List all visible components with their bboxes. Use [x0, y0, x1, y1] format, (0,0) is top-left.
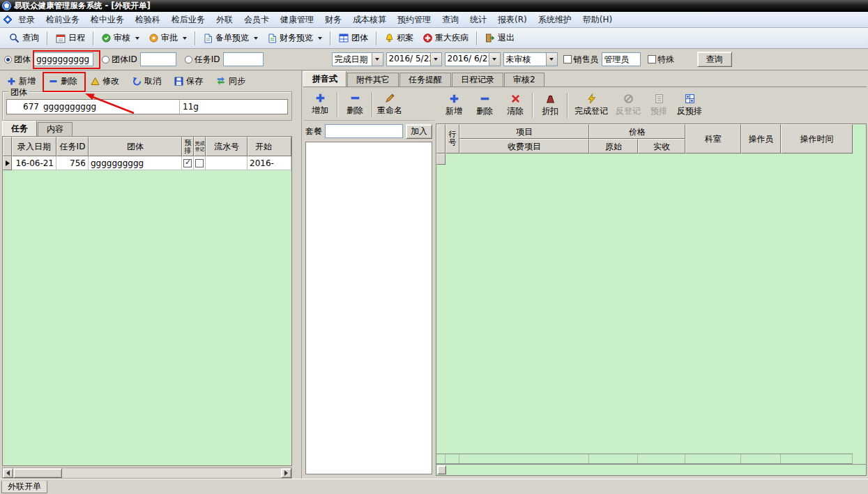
edit-button[interactable]: 修改 [89, 73, 125, 89]
tab-content[interactable]: 内容 [38, 122, 73, 136]
menu-item-statistics[interactable]: 统计 [464, 12, 492, 28]
header-operate-time[interactable]: 操作时间 [781, 124, 853, 154]
date-to-combo[interactable]: 2016/ 6/21 [445, 52, 501, 66]
toolbar-exit-button[interactable]: 退出 [480, 30, 519, 46]
header-original-price[interactable]: 原始 [589, 139, 638, 154]
header-price[interactable]: 价格 [589, 124, 685, 139]
toolbar-schedule-button[interactable]: 日程 [51, 30, 90, 46]
chevron-down-icon[interactable] [489, 53, 500, 66]
header-prearrange[interactable]: 预排 [182, 137, 194, 156]
header-start[interactable]: 开始 [248, 137, 291, 156]
header-row-no[interactable]: 行号 [446, 124, 459, 154]
group-id-input[interactable] [140, 52, 176, 66]
menu-item-post-exam[interactable]: 检后业务 [166, 12, 211, 28]
toolbar-cases-button[interactable]: 积案 [380, 30, 418, 46]
package-list[interactable] [305, 142, 432, 474]
row-selector[interactable] [3, 156, 12, 170]
detail-scroll-thumb[interactable] [437, 465, 446, 474]
scroll-left-button[interactable] [3, 468, 13, 478]
detail-row-selector[interactable] [436, 154, 446, 165]
header-group[interactable]: 团体 [89, 137, 182, 156]
sync-button[interactable]: 同步 [215, 73, 251, 89]
package-input[interactable] [325, 124, 403, 138]
unprearrange-button[interactable]: 反预排 [674, 91, 705, 120]
task-row[interactable]: 16-06-21 756 gggggggggg 2016- [3, 156, 291, 170]
toolbar-approve-button[interactable]: 审批 [144, 30, 192, 46]
menu-item-member-card[interactable]: 会员卡 [238, 12, 275, 28]
menu-item-lab[interactable]: 检验科 [130, 12, 166, 28]
tab-pinyin[interactable]: 拼音式 [303, 71, 347, 87]
chevron-down-icon[interactable] [430, 53, 441, 66]
package-add-button[interactable]: 增加 [305, 90, 335, 119]
header-task-id[interactable]: 任务ID [56, 137, 89, 156]
date-type-combo[interactable]: 完成日期 [332, 52, 383, 66]
scroll-right-button[interactable] [281, 468, 291, 478]
package-rename-button[interactable]: 重命名 [374, 90, 405, 119]
cell-prearranged[interactable] [182, 156, 194, 170]
toolbar-order-preview-button[interactable]: 备单预览 [199, 30, 263, 46]
tab-task[interactable]: 任务 [2, 121, 37, 136]
tab-audit2[interactable]: 审核2 [504, 73, 545, 87]
prearrange-button[interactable]: 预排 [644, 91, 674, 120]
discount-button[interactable]: 折扣 [535, 91, 565, 120]
header-department[interactable]: 科室 [685, 124, 741, 154]
task-id-input[interactable] [223, 52, 264, 66]
complete-register-button[interactable]: 完成登记 [570, 91, 613, 120]
chevron-down-icon[interactable] [372, 53, 383, 66]
menu-item-cost-accounting[interactable]: 成本核算 [347, 12, 392, 28]
status-tab-external-order[interactable]: 外联开单 [1, 481, 47, 493]
join-button[interactable]: 加入 [406, 124, 432, 139]
tab-attachment-other[interactable]: 附件其它 [347, 73, 399, 87]
menu-item-appointment[interactable]: 预约管理 [392, 12, 436, 28]
chevron-down-icon[interactable] [546, 53, 557, 66]
cancel-button[interactable]: 取消 [131, 73, 167, 89]
delete-button[interactable]: 删除 [47, 73, 84, 89]
cell-registered[interactable] [194, 156, 206, 170]
group-input[interactable] [33, 52, 93, 66]
menu-item-external[interactable]: 外联 [211, 12, 238, 28]
unregister-button[interactable]: 反登记 [613, 91, 644, 120]
detail-clear-button[interactable]: 清除 [500, 91, 531, 120]
package-delete-button[interactable]: 删除 [340, 90, 370, 119]
menu-item-system-maintenance[interactable]: 系统维护 [533, 12, 577, 28]
menu-item-finance[interactable]: 财务 [319, 12, 347, 28]
tab-task-reminder[interactable]: 任务提醒 [399, 73, 451, 87]
detail-add-button[interactable]: 新增 [439, 91, 469, 120]
menu-item-in-exam[interactable]: 检中业务 [85, 12, 130, 28]
header-actual-price[interactable]: 实收 [638, 139, 685, 154]
toolbar-major-disease-button[interactable]: 重大疾病 [418, 30, 473, 46]
toolbar-audit-button[interactable]: 审核 [97, 30, 144, 46]
group-radio[interactable] [4, 56, 12, 63]
audit-state-combo[interactable]: 未审核 [503, 52, 558, 66]
header-operator[interactable]: 操作员 [741, 124, 781, 154]
toolbar-group-button[interactable]: 团体 [334, 30, 373, 46]
header-item[interactable]: 项目 [459, 124, 589, 139]
menu-item-login[interactable]: 登录 [13, 12, 40, 28]
toolbar-query-button[interactable]: 查询 [4, 30, 44, 46]
menu-item-health-mgmt[interactable]: 健康管理 [275, 12, 319, 28]
filter-query-button[interactable]: 查询 [697, 52, 732, 67]
toolbar-finance-preview-button[interactable]: 财务预览 [263, 30, 327, 46]
date-from-value: 2016/ 5/22 [387, 53, 430, 66]
menu-item-pre-exam[interactable]: 检前业务 [40, 12, 85, 28]
task-id-radio[interactable] [185, 56, 192, 63]
scroll-thumb[interactable] [13, 468, 62, 478]
registered-checkbox[interactable] [195, 159, 204, 167]
special-checkbox[interactable] [648, 55, 656, 63]
menu-item-help[interactable]: 帮助(H) [577, 12, 618, 28]
date-from-combo[interactable]: 2016/ 5/22 [386, 52, 442, 66]
header-serial[interactable]: 流水号 [206, 137, 248, 156]
header-complete-register[interactable]: 完成登记 [194, 137, 206, 156]
menu-item-reports[interactable]: 报表(R) [492, 12, 533, 28]
group-row[interactable]: 677 gggggggggg 11g [6, 99, 288, 114]
save-button[interactable]: 保存 [173, 73, 209, 89]
tab-schedule-record[interactable]: 日程记录 [452, 73, 503, 87]
salesman-input[interactable] [602, 52, 641, 66]
salesman-checkbox[interactable] [563, 55, 572, 63]
detail-delete-button[interactable]: 删除 [469, 91, 500, 120]
menu-item-query[interactable]: 查询 [436, 12, 464, 28]
header-charge-item[interactable]: 收费项目 [459, 139, 589, 154]
prearranged-checkbox[interactable] [183, 159, 192, 167]
group-id-radio[interactable] [102, 56, 109, 63]
header-entry-date[interactable]: 录入日期 [12, 137, 56, 156]
